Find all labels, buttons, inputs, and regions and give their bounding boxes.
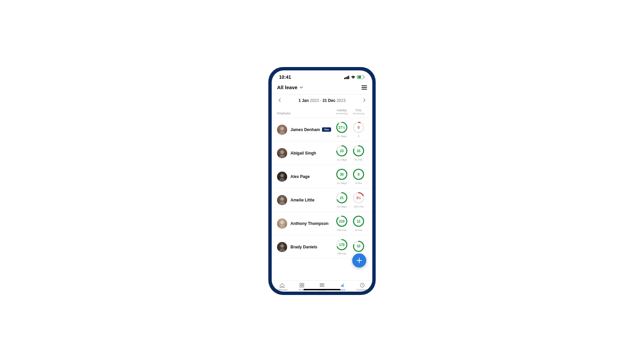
cellular-icon [344,75,350,79]
svg-rect-52 [302,286,304,287]
holiday-total: 250 Hrs [337,252,346,255]
holiday-total: 242 Hrs [337,229,346,232]
employee-row[interactable]: Alex Page 30 31 Days 8 8 Hrs [272,165,372,188]
toil-cell: 12 12 Hrs [350,215,367,232]
avatar [277,148,287,158]
plus-icon [356,257,362,263]
employee-name: Anthony Thompson [290,221,328,226]
svg-rect-3 [348,76,349,79]
toil-total: 19½ Hrs [354,205,364,208]
employee-name-cell: James Denham You [290,127,333,132]
progress-ring: 21 [336,192,348,204]
holiday-total: 31 Days [337,135,346,138]
svg-point-36 [280,221,284,224]
toil-cell: 8 8 Hrs [350,168,367,185]
employee-row[interactable]: Amelie Little 21 31 Days 3½ 19½ Hrs [272,188,372,212]
holiday-total: 31 Days [337,158,346,161]
toil-cell: 0 0 [350,121,367,138]
progress-ring: 8 [353,168,365,180]
avatar [277,125,287,135]
holiday-cell: 27½ 31 Days [333,121,350,138]
holiday-total: 31 Days [337,182,346,185]
employee-name-cell: Amelie Little [290,198,333,202]
timesheets-icon [360,283,365,288]
holiday-cell: 210 242 Hrs [333,215,350,232]
employee-name: Alex Page [290,174,310,179]
svg-rect-0 [344,78,345,79]
shifts-icon [319,283,325,288]
progress-ring: 33 [353,145,365,157]
progress-ring: 27½ [336,121,348,133]
tab-label: Timesheets [356,289,368,291]
filter-dropdown[interactable]: All leave [277,84,303,90]
holiday-column-header: Holidayremaining [333,109,350,115]
screen: 10:41 All leave 1 Jan 2023 - 31 Dec 2023 [272,70,372,292]
progress-ring: 12 [353,215,365,227]
progress-ring: 23 [336,145,348,157]
clock: 10:41 [279,74,291,80]
employee-column-header: Employee [277,112,333,115]
page-header: All leave [272,81,372,95]
holiday-cell: 21 31 Days [333,192,350,208]
columns-header: Employee Holidayremaining TOILremaining [272,107,372,118]
next-period-button[interactable] [362,98,367,103]
wifi-icon [351,75,356,79]
battery-icon [357,75,365,79]
employee-row[interactable]: Abigail Singh 23 31 Days 33 41 Hrs [272,141,372,165]
toil-cell: 33 41 Hrs [350,145,367,161]
home-indicator [304,289,340,290]
svg-point-8 [280,127,284,130]
date-range-bar: 1 Jan 2023 - 31 Dec 2023 [272,95,372,107]
employee-row[interactable]: James Denham You 27½ 31 Days 0 0 [272,118,372,141]
progress-ring: 210 [336,215,348,227]
progress-ring: 170 [336,239,348,251]
toil-cell: 33 [350,240,367,254]
svg-rect-53 [320,284,324,285]
svg-rect-1 [345,77,346,79]
add-button[interactable] [352,253,366,267]
prev-period-button[interactable] [277,98,282,103]
avatar [277,195,287,205]
toil-cell: 3½ 19½ Hrs [350,192,367,208]
phone-frame: 10:41 All leave 1 Jan 2023 - 31 Dec 2023 [268,67,376,295]
menu-button[interactable] [362,85,367,89]
status-bar: 10:41 [272,70,372,81]
filter-label: All leave [277,84,298,90]
rotas-icon [299,283,305,288]
progress-ring: 0 [353,121,365,133]
tab-timesheets[interactable]: Timesheets [352,283,372,291]
avatar [277,242,287,252]
svg-rect-54 [320,286,324,287]
employee-name: Abigail Singh [290,151,316,156]
employee-name-cell: Anthony Thompson [290,221,333,226]
dashboard-icon [279,283,284,288]
employee-row[interactable]: Anthony Thompson 210 242 Hrs 12 12 Hrs [272,212,372,235]
employee-name: Amelie Little [290,198,314,202]
holiday-cell: 23 31 Days [333,145,350,161]
avatar [277,172,287,182]
toil-column-header: TOILremaining [350,109,367,115]
tab-label: Dashboard [276,289,287,291]
avatar [277,219,287,229]
toil-total: 8 Hrs [355,182,362,185]
holiday-total: 31 Days [337,205,346,208]
employee-name-cell: Brady Daniels [290,245,333,249]
svg-rect-2 [347,76,348,79]
status-icons [344,75,365,79]
svg-point-43 [280,244,284,248]
holiday-cell: 30 31 Days [333,168,350,185]
svg-rect-51 [300,286,302,287]
progress-ring: 30 [336,168,348,180]
employee-name-cell: Abigail Singh [290,151,333,156]
progress-ring: 3½ [353,192,365,204]
employee-name: James Denham [290,127,320,132]
svg-rect-5 [364,76,365,78]
date-range-label: 1 Jan 2023 - 31 Dec 2023 [282,98,362,103]
employee-name-cell: Alex Page [290,174,333,179]
chevron-down-icon [300,85,303,89]
leave-icon [339,283,345,288]
progress-ring: 33 [353,240,365,252]
tab-dashboard[interactable]: Dashboard [272,283,292,291]
employee-name: Brady Daniels [290,245,317,249]
svg-rect-49 [300,283,302,285]
